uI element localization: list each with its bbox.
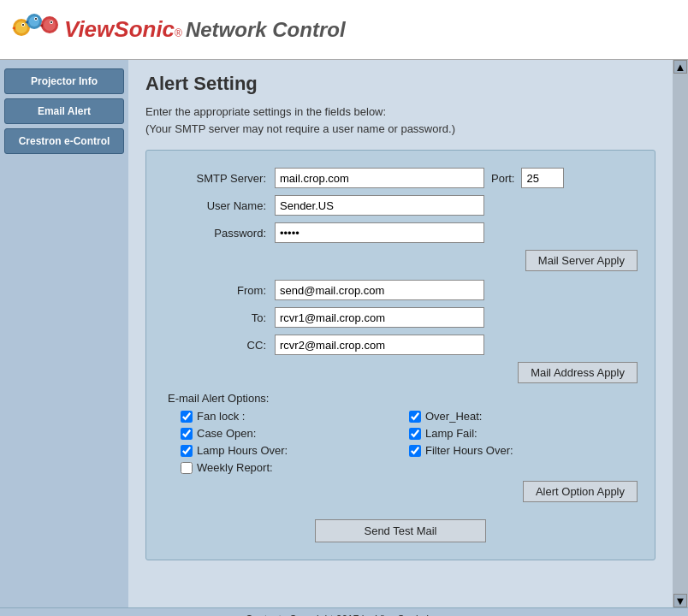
over-heat-label: Over_Heat: bbox=[425, 410, 482, 423]
password-input[interactable] bbox=[275, 222, 484, 243]
weekly-report-item: Weekly Report: bbox=[181, 461, 409, 474]
over-heat-item: Over_Heat: bbox=[409, 410, 638, 423]
case-open-checkbox[interactable] bbox=[181, 428, 193, 440]
footer: Contents Copyright 2017 by ViewSonic,Inc… bbox=[0, 607, 688, 616]
alert-option-apply-button[interactable]: Alert Option Apply bbox=[523, 481, 638, 502]
brand-registered-icon: ® bbox=[175, 27, 182, 39]
fan-lock-checkbox[interactable] bbox=[181, 411, 193, 423]
svg-point-3 bbox=[29, 16, 39, 27]
cc-input[interactable] bbox=[275, 335, 484, 355]
scroll-up-button[interactable]: ▲ bbox=[673, 60, 687, 74]
intro-line1: Enter the appropriate settings in the fi… bbox=[145, 104, 655, 121]
from-row: From: bbox=[163, 280, 638, 300]
brand-text: ViewSonic® Network Control bbox=[64, 16, 346, 43]
scrollbar[interactable]: ▲ ▼ bbox=[673, 60, 688, 607]
intro-line2: (Your SMTP server may not require a user… bbox=[145, 121, 655, 138]
case-open-label: Case Open: bbox=[197, 427, 256, 440]
from-input[interactable] bbox=[275, 280, 484, 300]
sidebar-item-projector-info[interactable]: Projector Info bbox=[4, 68, 124, 94]
lamp-fail-item: Lamp Fail: bbox=[409, 427, 638, 440]
fan-lock-label: Fan lock : bbox=[197, 410, 245, 423]
send-test-row: Send Test Mail bbox=[163, 511, 638, 542]
header: ViewSonic® Network Control bbox=[0, 0, 688, 60]
mail-server-apply-button[interactable]: Mail Server Apply bbox=[525, 250, 638, 271]
port-label: Port: bbox=[491, 172, 514, 185]
from-label: From: bbox=[163, 284, 275, 297]
to-input[interactable] bbox=[275, 307, 484, 328]
svg-point-12 bbox=[35, 18, 37, 20]
to-row: To: bbox=[163, 307, 638, 328]
to-label: To: bbox=[163, 311, 275, 324]
lamp-hours-over-checkbox[interactable] bbox=[181, 445, 193, 457]
mail-server-apply-row: Mail Server Apply bbox=[163, 250, 638, 271]
sidebar-item-crestron-econtrol[interactable]: Crestron e-Control bbox=[4, 128, 124, 154]
filter-hours-over-checkbox[interactable] bbox=[409, 445, 421, 457]
case-open-item: Case Open: bbox=[181, 427, 409, 440]
scroll-down-button[interactable]: ▼ bbox=[673, 594, 687, 607]
username-row: User Name: bbox=[163, 195, 638, 216]
lamp-hours-over-label: Lamp Hours Over: bbox=[197, 444, 288, 457]
sidebar-item-email-alert[interactable]: Email Alert bbox=[4, 98, 124, 124]
checkbox-grid: Fan lock : Over_Heat: Case Open: Lamp Fa… bbox=[163, 410, 638, 474]
lamp-hours-over-item: Lamp Hours Over: bbox=[181, 444, 409, 457]
username-label: User Name: bbox=[163, 199, 275, 212]
cc-row: CC: bbox=[163, 335, 638, 355]
smtp-server-input[interactable] bbox=[275, 168, 484, 188]
brand-network-control: Network Control bbox=[186, 18, 346, 42]
lamp-fail-label: Lamp Fail: bbox=[425, 427, 477, 440]
cc-label: CC: bbox=[163, 339, 275, 352]
mail-address-apply-row: Mail Address Apply bbox=[163, 362, 638, 383]
alert-options-label: E-mail Alert Options: bbox=[163, 392, 638, 405]
port-input[interactable] bbox=[521, 168, 564, 188]
content-area: Alert Setting Enter the appropriate sett… bbox=[128, 60, 673, 607]
page-title: Alert Setting bbox=[145, 73, 655, 95]
intro-text: Enter the appropriate settings in the fi… bbox=[145, 104, 655, 137]
svg-point-14 bbox=[50, 21, 52, 23]
svg-point-1 bbox=[15, 21, 27, 33]
filter-hours-over-item: Filter Hours Over: bbox=[409, 444, 638, 457]
username-input[interactable] bbox=[275, 195, 484, 216]
password-label: Password: bbox=[163, 227, 275, 240]
password-row: Password: bbox=[163, 222, 638, 243]
logo-area: ViewSonic® Network Control bbox=[9, 6, 346, 53]
over-heat-checkbox[interactable] bbox=[409, 411, 421, 423]
smtp-server-label: SMTP Server: bbox=[163, 172, 275, 185]
fan-lock-item: Fan lock : bbox=[181, 410, 409, 423]
smtp-server-row: SMTP Server: Port: bbox=[163, 168, 638, 188]
send-test-mail-button[interactable]: Send Test Mail bbox=[315, 519, 486, 542]
alert-option-apply-row: Alert Option Apply bbox=[163, 481, 638, 502]
weekly-report-label: Weekly Report: bbox=[197, 461, 273, 474]
form-panel: SMTP Server: Port: User Name: Password: … bbox=[145, 150, 655, 560]
svg-point-10 bbox=[22, 24, 24, 26]
sidebar: Projector Info Email Alert Crestron e-Co… bbox=[0, 60, 128, 607]
birds-logo-icon bbox=[9, 6, 64, 53]
svg-point-5 bbox=[44, 19, 56, 31]
mail-address-apply-button[interactable]: Mail Address Apply bbox=[518, 362, 638, 383]
lamp-fail-checkbox[interactable] bbox=[409, 428, 421, 440]
main-layout: Projector Info Email Alert Crestron e-Co… bbox=[0, 60, 688, 607]
filter-hours-over-label: Filter Hours Over: bbox=[425, 444, 513, 457]
brand-viewsonic: ViewSonic bbox=[64, 16, 175, 43]
weekly-report-checkbox[interactable] bbox=[181, 462, 193, 474]
